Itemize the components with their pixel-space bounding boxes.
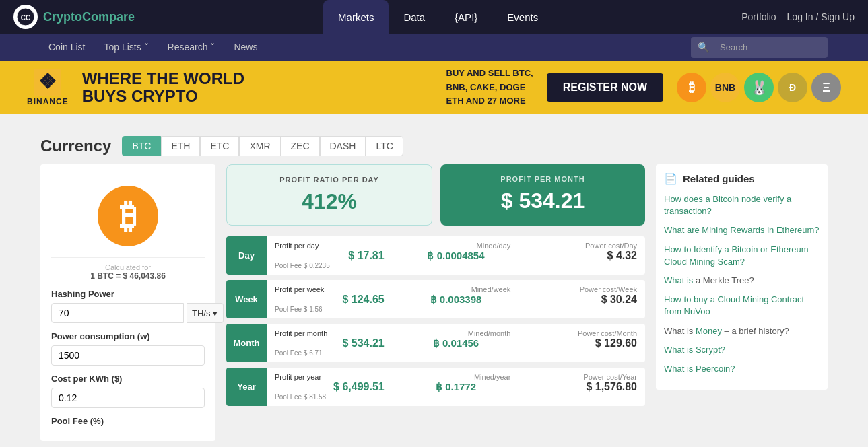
power-title-3: Power cost/Year bbox=[527, 373, 637, 381]
nav-tab-data[interactable]: Data bbox=[389, 0, 440, 34]
sec-nav-research[interactable]: Research ˅ bbox=[160, 34, 224, 61]
profit-value-0: $ 17.81 bbox=[275, 250, 385, 262]
guide-link-2[interactable]: What are Mining Rewards in Ethereum? bbox=[664, 224, 820, 236]
banner-sub-text: BUY AND SELL BTC,BNB, CAKE, DOGEETH AND … bbox=[446, 67, 533, 108]
guide-link-5[interactable]: How to buy a Cloud Mining Contract from … bbox=[664, 294, 820, 318]
profit-row-content-2: Profit per month $ 534.21 Pool Fee $ 6.7… bbox=[267, 324, 645, 362]
register-now-button[interactable]: REGISTER NOW bbox=[547, 73, 663, 102]
profit-period-day: Day bbox=[226, 236, 267, 275]
profit-cell-power-1: Power cost/Week $ 30.24 bbox=[519, 280, 645, 318]
guide-link-8[interactable]: What is Peercoin? bbox=[664, 363, 820, 375]
guide-text-6: What is Money – a brief history? bbox=[664, 325, 820, 337]
logo-area: CC CryptoCompare bbox=[13, 5, 135, 29]
tab-eth[interactable]: ETH bbox=[161, 136, 200, 156]
profit-cell-mined-2: Mined/month ฿ 0.01456 bbox=[393, 324, 520, 362]
banner-brand: BINANCE bbox=[27, 97, 69, 106]
hashing-power-label: Hashing Power bbox=[51, 289, 205, 299]
profit-row-content-3: Profit per year $ 6,499.51 Pool Fee $ 81… bbox=[267, 368, 645, 406]
hashing-power-input-row: TH/s ▾ bbox=[51, 303, 205, 323]
pool-fee-label: Pool Fee (%) bbox=[51, 416, 205, 426]
logo-icon: CC bbox=[13, 5, 38, 29]
profit-title-2: Profit per month bbox=[275, 329, 385, 337]
pool-fee-3: Pool Fee $ 81.58 bbox=[275, 393, 385, 401]
profit-cell-profit-1: Profit per week $ 124.65 Pool Fee $ 1.56 bbox=[267, 280, 393, 318]
profit-month-label: PROFIT PER MONTH bbox=[451, 175, 634, 183]
search-icon: 🔍 bbox=[698, 42, 709, 53]
profit-cell-profit-2: Profit per month $ 534.21 Pool Fee $ 6.7… bbox=[267, 324, 393, 362]
content-columns: ₿ Calculated for 1 BTC = $ 46,043.86 Has… bbox=[40, 164, 828, 441]
profit-ratio-label: PROFIT RATIO PER DAY bbox=[238, 176, 421, 184]
profit-title-3: Profit per year bbox=[275, 373, 385, 381]
calc-info: Calculated for 1 BTC = $ 46,043.86 bbox=[51, 257, 205, 281]
profit-title-1: Profit per week bbox=[275, 285, 385, 294]
tab-xmr[interactable]: XMR bbox=[239, 136, 280, 156]
profit-title-0: Profit per day bbox=[275, 242, 385, 250]
binance-icon bbox=[34, 69, 61, 96]
profit-month-value: $ 534.21 bbox=[451, 188, 634, 213]
portfolio-link[interactable]: Portfolio bbox=[741, 11, 776, 22]
profit-period-week: Week bbox=[226, 280, 267, 318]
guide-link-4a[interactable]: What is bbox=[664, 275, 693, 285]
currency-tabs: BTC ETH ETC XMR ZEC DASH LTC bbox=[122, 136, 403, 156]
tab-zec[interactable]: ZEC bbox=[281, 136, 320, 156]
profit-cell-profit-0: Profit per day $ 17.81 Pool Fee $ 0.2235 bbox=[267, 236, 393, 275]
banner-headline: WHERE THE WORLD BUYS CRYPTO bbox=[82, 70, 433, 106]
ethereum-coin: Ξ bbox=[811, 73, 841, 102]
binance-coin: BNB bbox=[710, 73, 740, 102]
pool-fee-0: Pool Fee $ 0.2235 bbox=[275, 262, 385, 269]
profit-value-3: $ 6,499.51 bbox=[275, 381, 385, 393]
mined-value-3: ฿ 0.1772 bbox=[401, 381, 511, 393]
main-nav-tabs: Markets Data {API} Events bbox=[323, 0, 553, 34]
power-consumption-label: Power consumption (w) bbox=[51, 331, 205, 341]
guide-link-3[interactable]: How to Identify a Bitcoin or Ethereum Cl… bbox=[664, 244, 820, 268]
pool-fee-2: Pool Fee $ 6.71 bbox=[275, 349, 385, 357]
tab-btc[interactable]: BTC bbox=[122, 136, 161, 156]
related-guides-title: Related guides bbox=[683, 173, 755, 184]
profit-row-week: Week Profit per week $ 124.65 Pool Fee $… bbox=[226, 280, 645, 318]
profit-cell-profit-3: Profit per year $ 6,499.51 Pool Fee $ 81… bbox=[267, 368, 393, 406]
mined-value-1: ฿ 0.003398 bbox=[401, 294, 511, 306]
power-title-2: Power cost/Month bbox=[527, 329, 637, 337]
guide-link-7[interactable]: What is Scrypt? bbox=[664, 344, 820, 356]
profit-row-month: Month Profit per month $ 534.21 Pool Fee… bbox=[226, 324, 645, 362]
tab-dash[interactable]: DASH bbox=[320, 136, 366, 156]
sec-nav-coin-list[interactable]: Coin List bbox=[40, 34, 93, 61]
nav-tab-events[interactable]: Events bbox=[492, 0, 553, 34]
mined-value-2: ฿ 0.01456 bbox=[401, 337, 511, 349]
logo-text: CryptoCompare bbox=[43, 10, 135, 24]
cost-per-kwh-input[interactable] bbox=[51, 388, 205, 408]
hashing-power-unit: TH/s ▾ bbox=[187, 303, 224, 323]
currency-title: Currency bbox=[40, 137, 111, 156]
related-guides-header: 📄 Related guides bbox=[664, 172, 820, 185]
nav-right-links: Portfolio Log In / Sign Up bbox=[741, 11, 855, 22]
hashing-power-input[interactable] bbox=[51, 303, 184, 323]
mined-title-1: Mined/week bbox=[401, 285, 511, 294]
hashing-unit-dropdown-icon: ▾ bbox=[213, 308, 218, 318]
login-signup-link[interactable]: Log In / Sign Up bbox=[787, 11, 855, 22]
profit-cell-mined-0: Mined/day ฿ 0.0004854 bbox=[393, 236, 520, 275]
related-guides-panel: 📄 Related guides How does a Bitcoin node… bbox=[656, 164, 828, 390]
tab-etc[interactable]: ETC bbox=[200, 136, 239, 156]
bunny-coin: 🐰 bbox=[744, 73, 774, 102]
profit-row-year: Year Profit per year $ 6,499.51 Pool Fee… bbox=[226, 368, 645, 406]
banner: BINANCE WHERE THE WORLD BUYS CRYPTO BUY … bbox=[0, 61, 868, 114]
guide-link-1[interactable]: How does a Bitcoin node verify a transac… bbox=[664, 193, 820, 217]
power-title-1: Power cost/Week bbox=[527, 285, 637, 294]
profit-row-content-0: Profit per day $ 17.81 Pool Fee $ 0.2235… bbox=[267, 236, 645, 275]
guide-link-6[interactable]: Money bbox=[696, 326, 722, 336]
sec-nav-news[interactable]: News bbox=[226, 34, 265, 61]
nav-tab-markets[interactable]: Markets bbox=[323, 0, 389, 34]
profit-value-2: $ 534.21 bbox=[275, 337, 385, 349]
power-value-2: $ 129.60 bbox=[527, 337, 637, 349]
top-navigation: CC CryptoCompare Markets Data {API} Even… bbox=[0, 0, 868, 34]
power-consumption-input[interactable] bbox=[51, 345, 205, 366]
profit-ratio-box: PROFIT RATIO PER DAY 412% bbox=[226, 164, 432, 226]
sec-nav-top-lists[interactable]: Top Lists ˅ bbox=[96, 34, 156, 61]
search-input[interactable] bbox=[713, 40, 821, 55]
profit-row-day: Day Profit per day $ 17.81 Pool Fee $ 0.… bbox=[226, 236, 645, 275]
hashing-unit-text: TH/s bbox=[192, 308, 210, 318]
btc-icon-area: ₿ bbox=[51, 175, 205, 257]
mined-title-2: Mined/month bbox=[401, 329, 511, 337]
nav-tab-api[interactable]: {API} bbox=[440, 0, 492, 34]
tab-ltc[interactable]: LTC bbox=[366, 136, 403, 156]
